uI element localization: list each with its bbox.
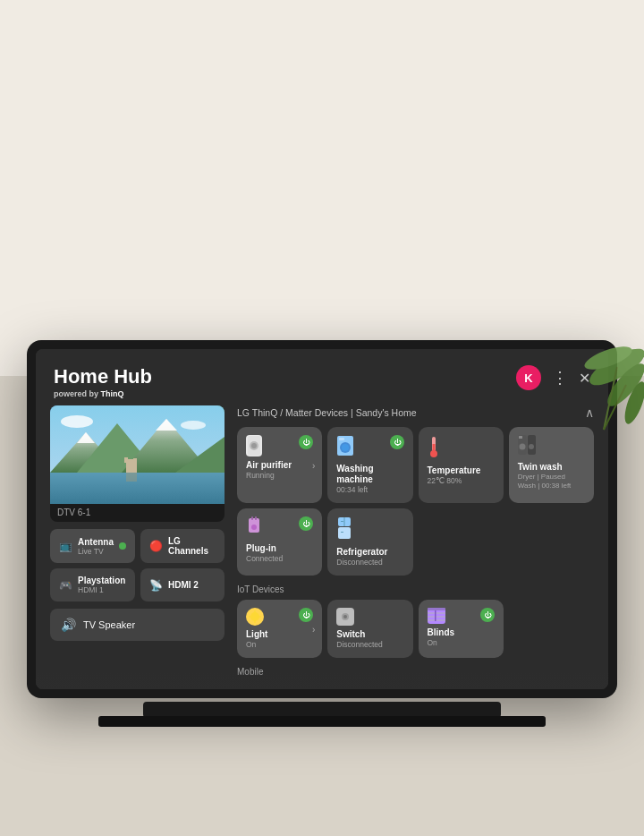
source-lg-channels[interactable]: 🔴 LG Channels (140, 529, 225, 563)
light-power: ⏻ (299, 608, 313, 622)
device-plugin[interactable]: ⏻ Plug-in Connected (237, 508, 322, 576)
source-hdmi2-name: HDMI 2 (168, 580, 216, 590)
device-grid-row1: ⏻ Air purifier Running › (237, 427, 594, 503)
thinq-collapse-icon[interactable]: ∧ (585, 405, 594, 420)
device-blinds[interactable]: ⏻ Blinds On (419, 600, 504, 658)
twin-wash-icon (518, 435, 536, 458)
source-antenna-name: Antenna (78, 537, 114, 547)
source-hdmi2[interactable]: 📡 HDMI 2 (140, 568, 225, 601)
tv-speaker[interactable]: 🔊 TV Speaker (50, 609, 225, 641)
twin-wash-name: Twin wash (518, 462, 585, 473)
light-header: ⏻ (246, 608, 313, 626)
svg-rect-15 (124, 457, 128, 463)
temperature-icon (428, 435, 440, 462)
lg-channels-icon: 🔴 (149, 540, 163, 552)
stand-base (98, 716, 546, 727)
blinds-power: ⏻ (480, 608, 495, 622)
svg-point-38 (251, 525, 257, 530)
blinds-icon (428, 608, 445, 624)
svg-point-22 (251, 443, 257, 448)
thinq-section-title: LG ThinQ / Matter Devices | Sandy's Home (237, 407, 417, 418)
tv-preview[interactable]: DTV 6-1 (50, 405, 225, 522)
plugin-icon (246, 516, 262, 540)
wall-top (0, 0, 644, 376)
temperature-header (428, 435, 495, 462)
more-options-icon[interactable]: ⋮ (552, 370, 568, 386)
svg-rect-34 (519, 436, 522, 439)
device-grid-row2: ⏻ Plug-in Connected (237, 508, 594, 576)
svg-rect-53 (428, 612, 445, 614)
svg-point-51 (343, 615, 347, 618)
svg-rect-42 (341, 521, 343, 522)
switch-status: Disconnected (336, 640, 403, 650)
temperature-status: 22℃ 80% (428, 476, 495, 486)
svg-rect-37 (255, 516, 257, 520)
speaker-name: TV Speaker (83, 619, 135, 630)
tv-screen: Home Hub powered by ThinQ K ⋮ ✕ (36, 349, 608, 689)
left-panel: DTV 6-1 📺 Antenna Live TV (50, 405, 225, 680)
hdmi2-icon: 📡 (149, 579, 163, 592)
close-button[interactable]: ✕ (579, 370, 590, 387)
air-purifier-name: Air purifier (246, 460, 313, 471)
svg-rect-43 (341, 532, 343, 533)
device-air-purifier[interactable]: ⏻ Air purifier Running › (237, 427, 322, 503)
source-antenna[interactable]: 📺 Antenna Live TV (50, 529, 135, 563)
temperature-name: Temperature (428, 465, 495, 476)
light-name: Light (246, 629, 313, 640)
source-playstation[interactable]: 🎮 Playstation HDMI 1 (50, 568, 135, 601)
svg-point-25 (342, 444, 349, 451)
right-panel: LG ThinQ / Matter Devices | Sandy's Home… (237, 405, 594, 680)
switch-icon (336, 608, 354, 626)
iot-section: IoT Devices (237, 584, 594, 658)
antenna-active-badge (119, 542, 126, 550)
top-bar: Home Hub powered by ThinQ K ⋮ ✕ (36, 349, 608, 405)
twin-wash-header (518, 435, 585, 458)
blinds-header: ⏻ (428, 608, 495, 624)
air-purifier-icon (246, 435, 262, 456)
device-temperature[interactable]: Temperature 22℃ 80% (419, 427, 504, 503)
switch-header (336, 608, 403, 626)
top-bar-actions: K ⋮ ✕ (516, 365, 590, 390)
device-refrigerator[interactable]: Refrigerator Disconnected (327, 508, 412, 576)
refrigerator-status: Disconnected (336, 558, 403, 567)
svg-rect-36 (251, 516, 253, 520)
air-purifier-chevron: › (312, 460, 315, 470)
iot-device-grid: ⏻ Light On › (237, 600, 594, 658)
air-purifier-header: ⏻ (246, 435, 313, 456)
light-icon (246, 608, 264, 626)
svg-rect-55 (428, 619, 445, 621)
refrigerator-name: Refrigerator (336, 547, 403, 558)
device-twin-wash[interactable]: Twin wash Dryer | Paused Wash | 00:38 le… (509, 427, 594, 503)
tv-container: Home Hub powered by ThinQ K ⋮ ✕ (27, 340, 617, 698)
source-playstation-info: Playstation HDMI 1 (78, 576, 126, 594)
svg-rect-56 (435, 610, 436, 621)
svg-point-33 (529, 444, 534, 449)
plugin-name: Plug-in (246, 543, 313, 554)
air-purifier-power: ⏻ (299, 435, 313, 449)
home-hub-ui: Home Hub powered by ThinQ K ⋮ ✕ (36, 349, 608, 689)
washing-machine-status: 00:34 left (336, 485, 403, 495)
device-switch[interactable]: Switch Disconnected (327, 600, 412, 658)
source-antenna-info: Antenna Live TV (78, 537, 114, 556)
blinds-name: Blinds (428, 627, 495, 638)
svg-rect-54 (428, 616, 445, 618)
refrigerator-header (336, 516, 403, 543)
source-lg-channels-name: LG Channels (168, 536, 216, 556)
svg-rect-17 (126, 473, 137, 482)
svg-rect-16 (133, 458, 137, 463)
svg-point-44 (250, 612, 259, 621)
content-area: DTV 6-1 📺 Antenna Live TV (36, 405, 608, 689)
device-light[interactable]: ⏻ Light On › (237, 600, 322, 658)
plugin-header: ⏻ (246, 516, 313, 540)
plugin-power: ⏻ (299, 516, 313, 531)
tv-preview-image (50, 405, 225, 504)
powered-by-label: powered by ThinQ (54, 389, 152, 398)
tv-frame: Home Hub powered by ThinQ K ⋮ ✕ (27, 340, 617, 698)
svg-point-18 (61, 415, 93, 428)
thinq-section: LG ThinQ / Matter Devices | Sandy's Home… (237, 405, 594, 576)
user-avatar[interactable]: K (516, 365, 541, 390)
device-washing-machine[interactable]: ⏻ Washing machine 00:34 left (327, 427, 412, 503)
svg-point-32 (519, 444, 525, 450)
tv-preview-label: DTV 6-1 (50, 504, 225, 521)
twin-wash-status: Dryer | Paused Wash | 00:38 left (518, 473, 585, 491)
